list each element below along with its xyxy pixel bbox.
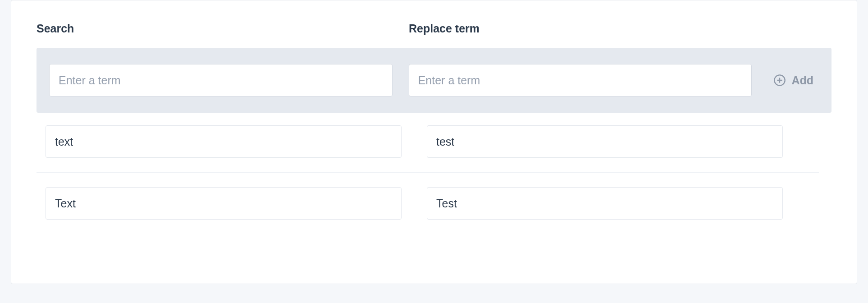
- replace-input-new[interactable]: [409, 64, 752, 96]
- replace-header: Replace term: [409, 22, 765, 35]
- search-input-new[interactable]: [49, 64, 393, 96]
- add-button[interactable]: Add: [768, 70, 819, 91]
- header-row: Search Replace term: [37, 22, 831, 35]
- replace-input[interactable]: [427, 125, 783, 158]
- add-row: Add: [37, 48, 831, 113]
- search-input[interactable]: [46, 187, 402, 220]
- term-row: [37, 173, 819, 234]
- search-input[interactable]: [46, 125, 402, 158]
- search-replace-card: Search Replace term Add: [11, 0, 857, 284]
- add-button-label: Add: [791, 74, 813, 87]
- plus-circle-icon: [773, 74, 786, 87]
- search-header: Search: [37, 22, 393, 35]
- replace-input[interactable]: [427, 187, 783, 220]
- term-row: [37, 125, 819, 173]
- terms-list: [37, 125, 831, 234]
